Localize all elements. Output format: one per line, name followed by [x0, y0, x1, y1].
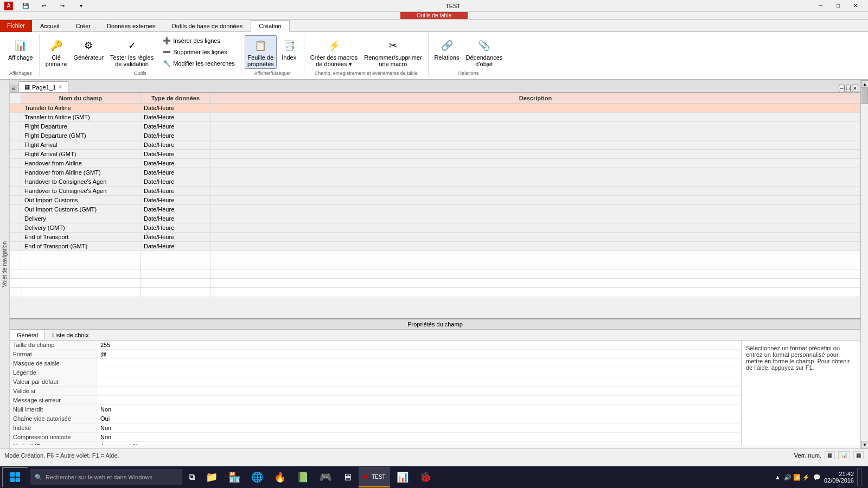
qat-more[interactable]: ▾ — [73, 1, 89, 11]
field-desc-cell[interactable] — [211, 214, 860, 223]
nav-collapse-btn[interactable]: « — [10, 85, 17, 92]
show-desktop-btn[interactable] — [857, 468, 861, 486]
tab-donnees-externes[interactable]: Données externes — [99, 20, 163, 32]
btn-tester-regles[interactable]: ✓ Tester les règlesde validation — [107, 35, 156, 69]
field-type-cell[interactable]: Date/Heure — [141, 242, 211, 251]
field-desc-cell[interactable] — [211, 113, 860, 122]
task-view-btn[interactable]: ⧉ — [184, 467, 199, 487]
btn-inserer-lignes[interactable]: ➕ Insérer des lignes — [159, 35, 238, 46]
right-scrollbar[interactable]: ▲ ▼ — [860, 80, 868, 448]
prop-tab-liste[interactable]: Liste de choix — [45, 330, 95, 340]
field-desc-cell[interactable] — [211, 279, 860, 288]
status-btn-1[interactable]: ▦ — [825, 451, 835, 459]
prop-value[interactable]: Non — [97, 423, 741, 432]
taskbar-app-green[interactable]: 📗 — [292, 467, 313, 487]
field-type-cell[interactable]: Date/Heure — [141, 140, 211, 150]
tab-area-minimize[interactable]: ─ — [839, 85, 844, 92]
table-row[interactable]: Transfer to AirlineDate/Heure — [10, 104, 860, 113]
field-name-cell[interactable]: Out Import Customs — [21, 196, 141, 205]
status-btn-2[interactable]: 📊 — [838, 451, 850, 459]
taskbar-app-chart[interactable]: 📊 — [392, 467, 413, 487]
field-desc-cell[interactable] — [211, 150, 860, 159]
taskbar-app-access[interactable]: A TEST — [359, 467, 390, 487]
field-desc-cell[interactable] — [211, 223, 860, 233]
btn-cle-primaire[interactable]: 🔑 Cléprimaire — [43, 35, 70, 69]
table-row[interactable]: Flight Arrival (GMT)Date/Heure — [10, 150, 860, 159]
prop-value[interactable] — [97, 368, 741, 377]
field-name-cell[interactable]: Flight Departure — [21, 122, 141, 131]
field-type-cell[interactable]: Date/Heure — [141, 223, 211, 233]
table-row[interactable]: Out Import CustomsDate/Heure — [10, 196, 860, 205]
field-type-cell[interactable]: Date/Heure — [141, 214, 211, 223]
table-row[interactable]: Handover to Consignee's AgenDate/Heure — [10, 177, 860, 187]
field-desc-cell[interactable] — [211, 242, 860, 251]
table-row[interactable]: Handover to Consignee's AgenDate/Heure — [10, 187, 860, 196]
field-name-cell[interactable]: Handover from Airline — [21, 159, 141, 168]
field-type-cell[interactable]: Date/Heure — [141, 113, 211, 122]
field-desc-cell[interactable] — [211, 196, 860, 205]
table-row[interactable]: DeliveryDate/Heure — [10, 214, 860, 223]
field-name-cell[interactable]: Flight Arrival (GMT) — [21, 150, 141, 159]
btn-creer-macros[interactable]: ⚡ Créer des macrosde données ▾ — [308, 35, 360, 69]
btn-renommer-macro[interactable]: ✂ Renommer/supprimerune macro — [361, 35, 424, 69]
start-button[interactable] — [2, 467, 28, 487]
tab-creation[interactable]: Création — [251, 20, 290, 32]
prop-value[interactable]: 255 — [97, 341, 741, 349]
field-type-cell[interactable]: Date/Heure — [141, 150, 211, 159]
field-desc-cell[interactable] — [211, 205, 860, 214]
field-type-cell[interactable]: Date/Heure — [141, 131, 211, 140]
table-tab-page1[interactable]: ▦ Page1_1 ✕ — [18, 81, 68, 92]
prop-value[interactable] — [97, 377, 741, 386]
table-row[interactable]: Transfer to Airline (GMT)Date/Heure — [10, 113, 860, 122]
prop-tab-general[interactable]: Général — [10, 330, 45, 340]
field-type-cell[interactable]: Date/Heure — [141, 104, 211, 113]
prop-value[interactable]: Oui — [97, 414, 741, 423]
clock[interactable]: 21:42 02/09/2016 — [824, 471, 854, 484]
minimize-button[interactable]: ─ — [813, 1, 829, 11]
btn-supprimer-lignes[interactable]: ➖ Supprimer les lignes — [159, 47, 238, 57]
field-type-cell[interactable]: Date/Heure — [141, 177, 211, 187]
table-row[interactable]: Delivery (GMT)Date/Heure — [10, 223, 860, 233]
taskbar-app-edge[interactable]: 🌐 — [247, 467, 267, 487]
field-name-cell[interactable]: Delivery — [21, 214, 141, 223]
field-desc-cell[interactable] — [211, 233, 860, 242]
field-desc-cell[interactable] — [211, 187, 860, 196]
field-desc-cell[interactable] — [211, 104, 860, 113]
undo-quick[interactable]: ↩ — [36, 1, 52, 11]
btn-relations[interactable]: 🔗 Relations — [432, 35, 462, 62]
field-desc-cell[interactable] — [211, 251, 860, 260]
taskbar-app-game[interactable]: 🎮 — [315, 467, 336, 487]
table-row[interactable]: Flight DepartureDate/Heure — [10, 122, 860, 131]
taskbar-app-store[interactable]: 🏪 — [224, 467, 245, 487]
table-row[interactable]: Handover from Airline (GMT)Date/Heure — [10, 168, 860, 177]
table-row[interactable]: Flight Departure (GMT)Date/Heure — [10, 131, 860, 140]
field-name-cell[interactable]: Transfer to Airline — [21, 104, 141, 113]
field-type-cell[interactable]: Date/Heure — [141, 159, 211, 168]
taskbar-app-firefox[interactable]: 🔥 — [270, 467, 290, 487]
field-name-cell[interactable]: Flight Arrival — [21, 140, 141, 150]
scroll-down-arrow[interactable]: ▼ — [861, 441, 868, 448]
field-type-cell[interactable]: Date/Heure — [141, 168, 211, 177]
taskbar-app-explorer[interactable]: 📁 — [201, 467, 222, 487]
taskbar-search[interactable]: 🔍 Rechercher sur le web et dans Windows — [30, 469, 182, 485]
prop-value[interactable]: @ — [97, 350, 741, 358]
btn-modifier-recherches[interactable]: 🔧 Modifier les recherches — [159, 58, 238, 69]
field-desc-cell[interactable] — [211, 122, 860, 131]
scroll-up-arrow[interactable]: ▲ — [861, 80, 868, 88]
tab-area-close[interactable]: ✕ — [852, 85, 858, 92]
save-quick[interactable]: 💾 — [17, 1, 34, 11]
taskbar-app-monitor[interactable]: 🖥 — [338, 467, 356, 487]
taskbar-app-debug[interactable]: 🐞 — [415, 467, 436, 487]
field-desc-cell[interactable] — [211, 159, 860, 168]
systray-arrow[interactable]: ▲ — [775, 474, 781, 480]
tab-fichier[interactable]: Fichier — [0, 20, 32, 32]
field-type-cell[interactable]: Date/Heure — [141, 196, 211, 205]
maximize-button[interactable]: □ — [830, 1, 846, 11]
scroll-thumb[interactable] — [861, 88, 868, 104]
field-name-cell[interactable]: Handover to Consignee's Agen — [21, 187, 141, 196]
field-desc-cell[interactable] — [211, 269, 860, 279]
field-name-cell[interactable]: Handover to Consignee's Agen — [21, 177, 141, 187]
field-desc-cell[interactable] — [211, 177, 860, 187]
table-row[interactable]: End of Transport (GMT)Date/Heure — [10, 242, 860, 251]
prop-value[interactable]: Aucun contrôle — [97, 442, 741, 445]
